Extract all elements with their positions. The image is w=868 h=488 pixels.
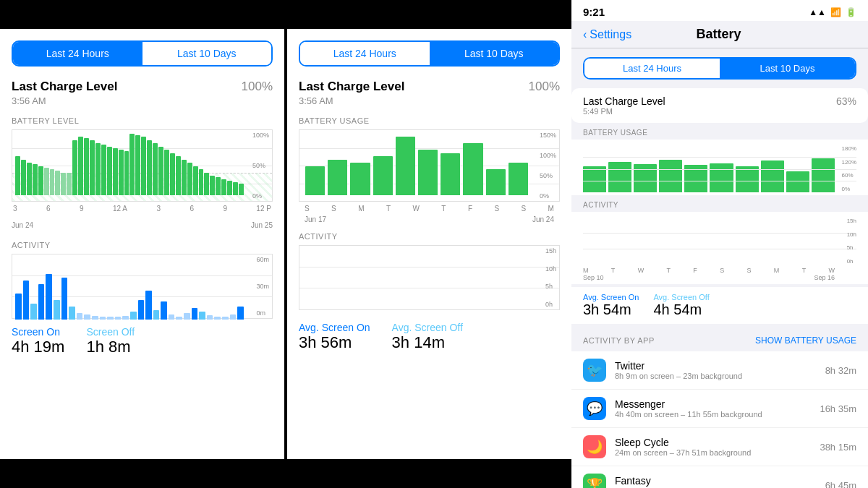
screen-off-value: 1h 8m [86, 338, 135, 356]
avg-screen-off: Avg. Screen Off 4h 54m [653, 293, 709, 318]
battery-usage-label: BATTERY USAGE [299, 116, 560, 125]
app-row-sleepcycle[interactable]: 🌙 Sleep Cycle 24m on screen – 37h 51m ba… [571, 428, 868, 466]
tab-24h-btn-1[interactable]: Last 24 Hours [13, 42, 142, 65]
activity-bars-1 [12, 254, 247, 320]
sleepcycle-detail: 24m on screen – 37h 51m background [615, 448, 820, 457]
battery-y-labels: 100% 50% 0% [252, 130, 269, 201]
messenger-detail: 4h 40m on screen – 11h 55m background [615, 410, 820, 419]
avg-screen-on-label: Avg. Screen On [583, 293, 639, 301]
screen-on-stat: Screen On 4h 19m [12, 326, 64, 356]
app-row-messenger[interactable]: 💬 Messenger 4h 40m on screen – 11h 55m b… [571, 390, 868, 428]
right-activity-chart: 15h 10h 5h 0h MTWTFSSMTW Sep 10 Sep 16 [571, 212, 868, 284]
sleepcycle-name: Sleep Cycle [615, 437, 820, 448]
app-row-fantasy[interactable]: 🏆 Fantasy 2h 19m on screen – 4h 35m back… [571, 466, 868, 488]
nav-back-button[interactable]: ‹ Settings [583, 28, 631, 41]
sleepcycle-icon: 🌙 [583, 435, 606, 458]
activity-label-2: ACTIVITY [299, 232, 560, 241]
activity-y-labels-2: 15h 10h 5h 0h [545, 246, 556, 309]
right-last-charge: Last Charge Level 5:49 PM 63% [571, 88, 868, 123]
right-activity-xlabels: MTWTFSSMTW [583, 267, 856, 274]
charge-title-2: Last Charge Level [299, 80, 404, 94]
x-date-1: Jun 24 [12, 221, 33, 229]
battery-bars [12, 130, 247, 195]
tab-10d-btn-1[interactable]: Last 10 Days [142, 42, 272, 65]
battery-usage-chart: 150% 100% 50% 0% [299, 129, 560, 202]
messenger-name: Messenger [615, 398, 820, 410]
battery-level-chart: 100% 50% 0% [12, 129, 273, 202]
tab-24h-btn-2[interactable]: Last 24 Hours [300, 42, 430, 65]
fantasy-name: Fantasy [615, 475, 825, 487]
right-iphone-panel: 9:21 ▲▲ 📶 🔋 ‹ Settings Battery Last 24 H… [571, 0, 868, 488]
activity-y-labels-1: 60m 30m 0m [256, 254, 269, 318]
twitter-detail: 8h 9m on screen – 23m background [615, 372, 825, 380]
screen-off-label: Screen Off [86, 326, 135, 338]
right-battery-ylabels: 180% 120% 60% 0% [842, 145, 856, 192]
panel-24hours: Last 24 Hours Last 10 Days Last Charge L… [0, 29, 284, 459]
messenger-time: 16h 35m [820, 403, 856, 414]
signal-icon: ▲▲ [809, 7, 826, 17]
battery-x-labels: 36912 A36912 P [12, 205, 273, 213]
screen-on-label: Screen On [12, 326, 64, 338]
x-date-2: Jun 25 [251, 221, 273, 229]
activity-by-app-header: ACTIVITY BY APP SHOW BATTERY USAGE [571, 330, 868, 351]
panel-10days: Last 24 Hours Last 10 Days Last Charge L… [287, 29, 571, 459]
show-battery-usage-btn[interactable]: SHOW BATTERY USAGE [755, 335, 856, 346]
activity-label-1: ACTIVITY [12, 241, 273, 249]
twitter-icon: 🐦 [583, 359, 606, 382]
right-tab-24h[interactable]: Last 24 Hours [584, 59, 720, 78]
avg-screen-off-value: 4h 54m [653, 301, 709, 318]
battery-icon: 🔋 [846, 7, 856, 17]
battery-usage-bars [299, 130, 534, 195]
right-tab-10d[interactable]: Last 10 Days [720, 59, 855, 78]
nav-bar: ‹ Settings Battery [571, 21, 868, 48]
avg-screen-stats: Avg. Screen On 3h 56m Avg. Screen Off 3h… [299, 322, 560, 352]
fantasy-time: 6h 45m [825, 480, 856, 489]
battery-level-label: BATTERY LEVEL [12, 116, 273, 125]
avg-screen-on-value: 3h 56m [299, 333, 370, 352]
battery-usage-y-labels: 150% 100% 50% 0% [540, 130, 556, 201]
last-charge-2: Last Charge Level 3:56 AM 100% [299, 80, 560, 106]
content-scroll[interactable]: Last 24 Hours Last 10 Days Last Charge L… [571, 48, 868, 488]
twitter-name: Twitter [615, 360, 825, 372]
screen-stats-1: Screen On 4h 19m Screen Off 1h 8m [12, 326, 273, 356]
messenger-icon: 💬 [583, 397, 606, 420]
right-battery-chart: 180% 120% 60% 0% [571, 140, 868, 195]
fantasy-info: Fantasy 2h 19m on screen – 4h 35m backgr… [615, 475, 825, 488]
right-charge-pct: 63% [836, 95, 856, 107]
right-activity-bars [583, 218, 856, 265]
right-avg-stats: Avg. Screen On 3h 54m Avg. Screen Off 4h… [571, 287, 868, 324]
messenger-info: Messenger 4h 40m on screen – 11h 55m bac… [615, 398, 820, 419]
avg-screen-off-label: Avg. Screen Off [392, 322, 463, 333]
activity-chart-1: 60m 30m 0m [12, 254, 273, 319]
avg-screen-off-value: 3h 14m [392, 333, 463, 352]
avg-screen-on: Avg. Screen On 3h 54m [583, 293, 639, 318]
right-charge-title: Last Charge Level [583, 95, 665, 107]
right-activity-header: ACTIVITY [571, 201, 868, 212]
right-activity-ylabels: 15h 10h 5h 0h [847, 218, 856, 265]
tab-selector-2: Last 24 Hours Last 10 Days [299, 40, 560, 67]
fantasy-icon: 🏆 [583, 474, 606, 488]
right-tab-selector: Last 24 Hours Last 10 Days [583, 57, 856, 80]
twitter-info: Twitter 8h 9m on screen – 23m background [615, 360, 825, 380]
last-charge-1: Last Charge Level 3:56 AM 100% [12, 80, 273, 106]
avg-screen-off-label: Avg. Screen Off [653, 293, 709, 301]
status-bar: 9:21 ▲▲ 📶 🔋 [571, 0, 868, 21]
avg-screen-off-stat: Avg. Screen Off 3h 14m [392, 322, 463, 352]
charge-title-1: Last Charge Level [12, 80, 117, 94]
charge-pct-1: 100% [242, 80, 273, 94]
right-charge-time: 5:49 PM [583, 107, 665, 116]
twitter-time: 8h 32m [825, 365, 856, 376]
usage-x-date-2: Jun 24 [532, 215, 554, 223]
avg-screen-on-value: 3h 54m [583, 301, 639, 318]
status-time: 9:21 [583, 6, 605, 18]
status-icons: ▲▲ 📶 🔋 [809, 7, 856, 17]
battery-usage-x-labels: SSMTWTFSSM [299, 205, 560, 213]
back-chevron-icon: ‹ [583, 28, 587, 41]
aba-label: ACTIVITY BY APP [583, 336, 655, 345]
tab-10d-btn-2[interactable]: Last 10 Days [430, 42, 559, 65]
avg-screen-on-stat: Avg. Screen On 3h 56m [299, 322, 370, 352]
activity-bars-2 [299, 246, 534, 311]
app-row-twitter[interactable]: 🐦 Twitter 8h 9m on screen – 23m backgrou… [571, 351, 868, 390]
tab-selector-1: Last 24 Hours Last 10 Days [12, 40, 273, 67]
wifi-icon: 📶 [830, 7, 841, 17]
